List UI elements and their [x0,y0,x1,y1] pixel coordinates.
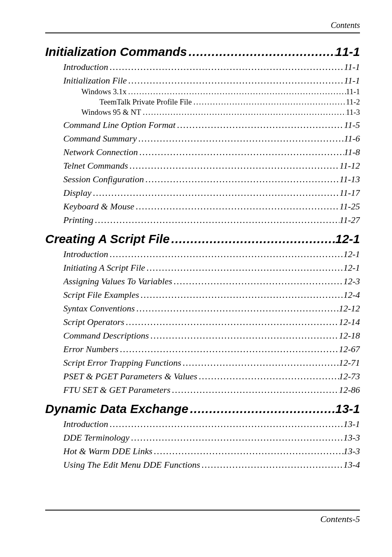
page-footer: Contents-5 [45,511,360,525]
toc-entry-label: Dynamic Data Exchange [45,402,188,416]
toc-entry-label: Network Connection [63,147,138,158]
toc-entry: Session Configuration 11-13 [63,174,360,185]
toc-entry-label: Hot & Warm DDE Links [63,446,152,457]
toc-entry-label: Introduction [63,249,108,260]
toc-entry: Command Summary 11-6 [63,133,360,144]
toc-leader-dots [138,147,344,158]
toc-entry-label: Initialization Commands [45,45,187,59]
toc-leader-dots [93,215,339,225]
toc-leader-dots [152,446,344,457]
toc-entry-page: 13-1 [335,402,360,416]
toc-entry-page: 12-1 [344,249,360,260]
toc-entry: Display 11-17 [63,188,360,198]
toc-entry-label: Windows 3.1x [81,87,127,96]
toc-entry-label: Creating A Script File [45,232,170,246]
toc-leader-dots [145,262,344,273]
toc-entry-page: 11-17 [339,188,360,198]
toc-entry: TeemTalk Private Profile File 11-2 [99,97,360,107]
toc-entry-page: 11-12 [339,160,360,171]
toc-entry-page: 13-3 [344,432,360,443]
toc-entry-label: Assigning Values To Variables [63,276,172,287]
toc-entry-label: Introduction [63,62,108,72]
toc-entry-label: TeemTalk Private Profile File [99,97,192,107]
toc-entry-label: Introduction [63,419,108,429]
toc-entry: Hot & Warm DDE Links 13-3 [63,446,360,457]
toc-entry: FTU SET & GET Parameters 12-86 [63,385,360,395]
toc-entry: Windows 3.1x 11-1 [81,87,360,96]
toc-entry-label: Syntax Conventions [63,303,135,314]
toc-leader-dots [192,97,346,107]
toc-entry-page: 13-3 [344,446,360,457]
toc-entry-page: 12-67 [339,344,360,355]
toc-leader-dots [171,385,339,395]
toc-entry-page: 11-3 [346,108,360,117]
toc-entry-label: Telnet Commands [63,160,128,171]
toc-entry-label: Script Error Trapping Functions [63,357,181,368]
toc-entry-page: 12-14 [339,317,360,327]
toc-entry-label: Session Configuration [63,174,144,185]
toc-entry-label: Initialization File [63,75,127,86]
toc-leader-dots [127,87,346,96]
toc-entry-page: 11-27 [339,215,360,225]
toc-entry-page: 12-73 [339,371,360,382]
toc-entry-label: FTU SET & GET Parameters [63,385,171,395]
toc-entry-page: 12-71 [339,357,360,368]
toc-leader-dots [175,120,344,130]
toc-entry-page: 11-1 [335,45,360,59]
toc-entry: Network Connection 11-8 [63,147,360,158]
toc-entry: Command Descriptions 12-18 [63,330,360,341]
toc-leader-dots [187,45,335,59]
toc-entry-page: 12-1 [344,262,360,273]
page-container: Contents Initialization Commands 11-1Int… [0,0,392,557]
toc-entry: Command Line Option Format 11-5 [63,120,360,130]
toc-leader-dots [134,201,340,212]
toc-entry-page: 11-6 [344,133,360,144]
toc-entry: Telnet Commands 11-12 [63,160,360,171]
toc-entry: PSET & PGET Parameters & Values 12-73 [63,371,360,382]
toc-entry: Initiating A Script File 12-1 [63,262,360,273]
toc-entry-page: 11-8 [344,147,360,158]
toc-entry-label: Windows 95 & NT [81,108,141,117]
toc-entry: Introduction 13-1 [63,419,360,429]
toc-entry: Error Numbers 12-67 [63,344,360,355]
toc-entry-page: 11-2 [346,97,360,107]
toc-entry-label: Command Line Option Format [63,120,175,130]
toc-leader-dots [91,188,339,198]
toc-entry-page: 12-4 [344,290,360,300]
toc-entry: Creating A Script File 12-1 [45,232,360,246]
toc-leader-dots [108,62,344,72]
toc-entry: Assigning Values To Variables 12-3 [63,276,360,287]
toc-entry-label: Printing [63,215,93,225]
toc-leader-dots [125,317,339,327]
toc-entry-label: Keyboard & Mouse [63,201,134,212]
toc-entry-page: 12-86 [339,385,360,395]
toc-leader-dots [127,75,344,86]
toc-entry-label: Display [63,188,91,198]
toc-entry: Script Operators 12-14 [63,317,360,327]
toc-leader-dots [135,303,339,314]
toc-leader-dots [118,344,339,355]
toc-entry: Using The Edit Menu DDE Functions 13-4 [63,460,360,470]
toc-leader-dots [188,402,335,416]
toc-entry-label: DDE Terminology [63,432,129,443]
toc-entry-label: PSET & PGET Parameters & Values [63,371,197,382]
toc-entry-label: Script Operators [63,317,125,327]
toc-entry-page: 12-12 [339,303,360,314]
toc-entry: DDE Terminology 13-3 [63,432,360,443]
toc-entry: Script Error Trapping Functions 12-71 [63,357,360,368]
toc-entry-label: Initiating A Script File [63,262,145,273]
toc-entry-label: Script File Examples [63,290,139,300]
toc-entry-page: 12-18 [339,330,360,341]
toc-entry-page: 13-1 [344,419,360,429]
toc-entry-label: Command Descriptions [63,330,149,341]
toc-leader-dots [141,108,346,117]
toc-leader-dots [172,276,344,287]
toc-entry-page: 11-1 [344,75,360,86]
toc-leader-dots [144,174,339,185]
toc-entry-page: 11-5 [344,120,360,130]
toc-entry-page: 11-1 [344,62,360,72]
toc-entry-label: Error Numbers [63,344,118,355]
toc-leader-dots [139,290,344,300]
toc-entry-page: 12-3 [344,276,360,287]
toc-leader-dots [108,249,343,260]
